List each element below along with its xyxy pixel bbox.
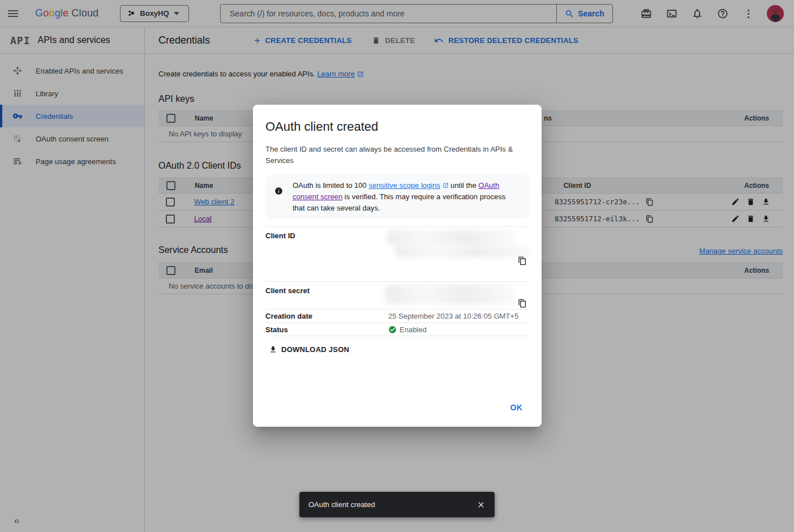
- oauth-client-created-dialog: OAuth client created The client ID and s…: [253, 105, 542, 427]
- notice-fragment: until the: [449, 181, 479, 190]
- toast: OAuth client created: [299, 492, 495, 517]
- check-circle-icon: [388, 325, 397, 334]
- download-json-label: DOWNLOAD JSON: [281, 345, 349, 354]
- status-value: Enabled: [400, 325, 427, 334]
- dialog-fields: Client ID Client secret Creation date 25…: [265, 226, 529, 336]
- client-secret-row: Client secret: [265, 281, 529, 309]
- dialog-description: The client ID and secret can always be a…: [265, 144, 517, 166]
- client-secret-label: Client secret: [265, 282, 388, 309]
- dialog-title: OAuth client created: [265, 119, 529, 134]
- status-row: Status Enabled: [265, 323, 529, 336]
- notice-text: OAuth is limited to 100 sensitive scope …: [293, 180, 519, 214]
- notice-fragment: OAuth is limited to 100: [293, 181, 368, 190]
- verification-notice: OAuth is limited to 100 sensitive scope …: [265, 175, 529, 219]
- client-secret-redacted: [385, 285, 516, 304]
- status-label: Status: [265, 325, 388, 334]
- creation-date-value: 25 September 2023 at 10:26:05 GMT+5: [388, 312, 518, 320]
- client-id-redacted: [394, 245, 529, 258]
- creation-date-row: Creation date 25 September 2023 at 10:26…: [265, 309, 529, 323]
- toast-message: OAuth client created: [308, 500, 477, 509]
- sensitive-scope-logins-link[interactable]: sensitive scope logins: [368, 181, 440, 190]
- external-link-icon: [443, 182, 449, 188]
- download-json-button[interactable]: DOWNLOAD JSON: [265, 343, 353, 356]
- client-id-row: Client ID: [265, 226, 529, 269]
- copy-icon[interactable]: [518, 256, 527, 265]
- close-icon[interactable]: [477, 500, 486, 509]
- copy-icon[interactable]: [518, 299, 527, 308]
- info-icon: [274, 187, 283, 214]
- creation-date-label: Creation date: [265, 312, 388, 320]
- ok-button[interactable]: OK: [506, 400, 527, 415]
- client-id-label: Client ID: [265, 227, 388, 269]
- download-icon: [269, 345, 277, 354]
- client-id-redacted: [387, 230, 515, 245]
